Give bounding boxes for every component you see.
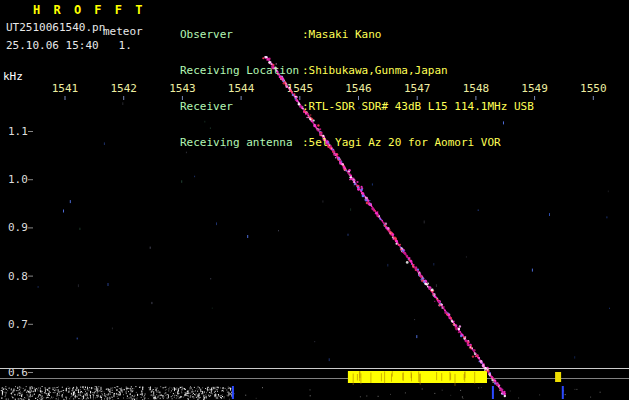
x-tick-label: 1550 (580, 82, 607, 95)
x-tick-label: 1542 (110, 82, 137, 95)
info-label: Receiving antenna (180, 137, 302, 149)
info-value: :Shibukawa,Gunma,Japan (302, 65, 448, 77)
y-tick-label: 1.1 (8, 125, 28, 138)
y-tick-label: 0.8 (8, 270, 28, 283)
baseline-upper (0, 368, 629, 369)
y-tick-label: 0.7 (8, 318, 28, 331)
baseline-lower (0, 378, 629, 379)
info-row-antenna: Receiving antenna :5el Yagi Az 20 for Ao… (180, 137, 534, 149)
info-row-receiver: Receiver :RTL-SDR SDR# 43dB L15 114.1MHz… (180, 101, 534, 113)
x-tick-label: 1541 (52, 82, 79, 95)
x-tick-mark (534, 96, 535, 100)
info-label: Receiver (180, 101, 302, 113)
info-label: Observer (180, 29, 302, 41)
long-echo-bar (348, 371, 487, 386)
y-tick-label: 1.0 (8, 173, 28, 186)
station-info: Observer :Masaki Kano Receiving Location… (180, 5, 534, 173)
signal-level-noise (1, 386, 601, 400)
x-tick-mark (65, 96, 66, 100)
y-tick-label: 0.6 (8, 366, 28, 379)
x-tick-mark (593, 96, 594, 100)
y-axis-labels: 1.11.00.90.80.70.6 (8, 125, 33, 379)
observation-datetime: 25.10.06 15:40 1. (6, 39, 132, 52)
info-row-location: Receiving Location :Shibukawa,Gunma,Japa… (180, 65, 534, 77)
y-tick-label: 0.9 (8, 221, 28, 234)
detection-tick (492, 386, 494, 399)
short-echo-mark (555, 372, 561, 382)
y-axis-unit-label: kHz (3, 70, 23, 83)
observation-tag: meteor (103, 25, 143, 38)
output-filename: UT2510061540.pn (6, 21, 105, 34)
info-value: :RTL-SDR SDR# 43dB L15 114.1MHz USB (302, 101, 534, 113)
info-row-observer: Observer :Masaki Kano (180, 29, 534, 41)
info-label: Receiving Location (180, 65, 302, 77)
y-tick-mark (28, 372, 33, 373)
detection-tick (562, 386, 564, 399)
y-tick-mark (28, 227, 33, 228)
y-tick-mark (28, 276, 33, 277)
y-tick-mark (28, 324, 33, 325)
y-tick-mark (28, 131, 33, 132)
y-tick-mark (28, 179, 33, 180)
app-title: H R O F F T (33, 3, 145, 17)
x-tick-mark (123, 96, 124, 100)
hrofft-screen: 1541154215431544154515461547154815491550… (0, 0, 629, 400)
detection-tick (232, 386, 234, 399)
info-value: :Masaki Kano (302, 29, 381, 41)
info-value: :5el Yagi Az 20 for Aomori VOR (302, 137, 501, 149)
